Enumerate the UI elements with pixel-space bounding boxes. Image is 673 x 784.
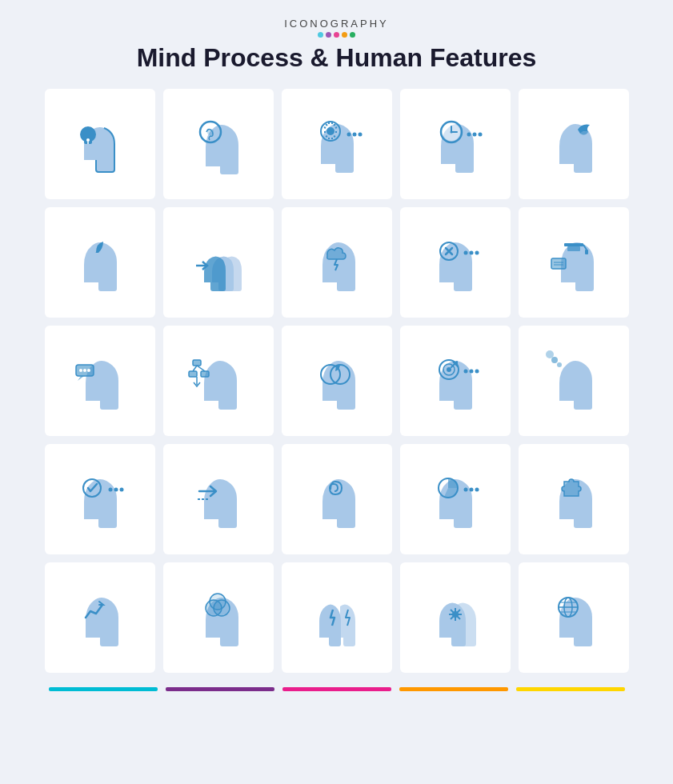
- svg-point-56: [469, 370, 473, 374]
- svg-point-63: [114, 488, 118, 492]
- footer-spacer3: [391, 687, 399, 691]
- svg-rect-31: [551, 258, 566, 269]
- footer-spacer4: [508, 687, 516, 691]
- svg-point-71: [463, 488, 467, 492]
- icon-card-pie-head[interactable]: [400, 444, 511, 554]
- svg-rect-45: [201, 371, 209, 377]
- svg-point-25: [475, 251, 479, 255]
- icon-card-spiral-head[interactable]: [282, 444, 392, 554]
- svg-marker-37: [78, 376, 84, 381]
- svg-line-48: [197, 366, 205, 371]
- icon-card-arrow-right-head[interactable]: [163, 444, 274, 554]
- icon-card-heart-leaf-head[interactable]: [282, 326, 392, 436]
- icon-card-snowflake-head[interactable]: [400, 562, 511, 673]
- icon-card-bird-head[interactable]: [519, 89, 629, 199]
- dot-cyan: [318, 32, 323, 38]
- icon-card-people-arrow[interactable]: [163, 207, 274, 318]
- icon-card-globe-head[interactable]: [519, 562, 629, 673]
- svg-point-10: [358, 133, 362, 137]
- svg-point-9: [352, 133, 356, 137]
- icon-card-growth-head[interactable]: [45, 562, 155, 673]
- header: ICONOGRAPHY Mind Process & Human Feature…: [137, 0, 537, 73]
- footer-line-orange: [399, 687, 508, 691]
- icon-grid: [45, 89, 629, 673]
- svg-point-38: [79, 369, 82, 372]
- svg-point-70: [475, 488, 479, 492]
- svg-point-60: [551, 357, 558, 363]
- svg-point-65: [108, 488, 112, 492]
- icon-card-circles-head[interactable]: [163, 562, 274, 673]
- dot-pink: [334, 32, 339, 38]
- icon-card-puzzle-head[interactable]: [519, 444, 629, 554]
- dot-purple: [326, 32, 331, 38]
- svg-point-18: [467, 133, 471, 137]
- icon-card-leaf-head[interactable]: [45, 207, 155, 318]
- svg-rect-43: [189, 371, 197, 377]
- icon-card-lightning-two-head[interactable]: [282, 562, 392, 673]
- icon-card-x-head[interactable]: [400, 207, 511, 318]
- footer-line-cyan: [49, 687, 158, 691]
- icon-card-graduate-head[interactable]: [519, 207, 629, 318]
- footer-line-pink: [282, 687, 391, 691]
- icon-card-clock-head[interactable]: [400, 89, 511, 199]
- icon-card-network-head[interactable]: [163, 326, 274, 436]
- svg-point-7: [326, 127, 334, 135]
- iconography-label: ICONOGRAPHY: [284, 18, 389, 30]
- svg-point-82: [452, 611, 459, 618]
- icon-card-brain-circle-head[interactable]: [163, 89, 274, 199]
- svg-rect-41: [193, 360, 201, 366]
- icon-card-gear-head[interactable]: [282, 89, 392, 199]
- footer-line-yellow: [516, 687, 625, 691]
- svg-point-2: [86, 138, 90, 142]
- svg-point-59: [557, 362, 562, 367]
- icon-card-dots-head[interactable]: [519, 326, 629, 436]
- svg-point-16: [472, 133, 476, 137]
- svg-point-57: [475, 370, 479, 374]
- svg-point-61: [546, 350, 554, 358]
- main-title: Mind Process & Human Features: [137, 42, 537, 73]
- svg-point-54: [447, 367, 451, 372]
- dot-green: [350, 32, 355, 38]
- svg-point-15: [450, 131, 452, 134]
- svg-point-39: [83, 369, 86, 372]
- icon-card-chat-head[interactable]: [45, 326, 155, 436]
- footer-spacer2: [274, 687, 282, 691]
- icon-card-check-head[interactable]: [45, 444, 155, 554]
- svg-point-69: [469, 488, 473, 492]
- svg-point-26: [463, 251, 467, 255]
- svg-point-5: [207, 129, 214, 135]
- svg-point-8: [347, 133, 351, 137]
- footer-line-purple: [166, 687, 274, 691]
- svg-rect-30: [585, 250, 588, 254]
- dot-orange: [342, 32, 347, 38]
- svg-point-40: [87, 369, 90, 372]
- svg-rect-28: [567, 246, 580, 251]
- svg-point-58: [463, 370, 467, 374]
- footer-lines: [49, 687, 625, 691]
- icon-card-cloud-lightning-head[interactable]: [282, 207, 392, 318]
- svg-rect-27: [564, 243, 583, 246]
- svg-line-47: [193, 366, 197, 371]
- icon-card-lock-head[interactable]: [45, 89, 155, 199]
- svg-point-64: [119, 488, 123, 492]
- svg-point-24: [469, 251, 473, 255]
- footer-spacer: [158, 687, 166, 691]
- icon-card-target-head[interactable]: [400, 326, 511, 436]
- color-dots: [318, 32, 355, 38]
- svg-point-17: [478, 133, 482, 137]
